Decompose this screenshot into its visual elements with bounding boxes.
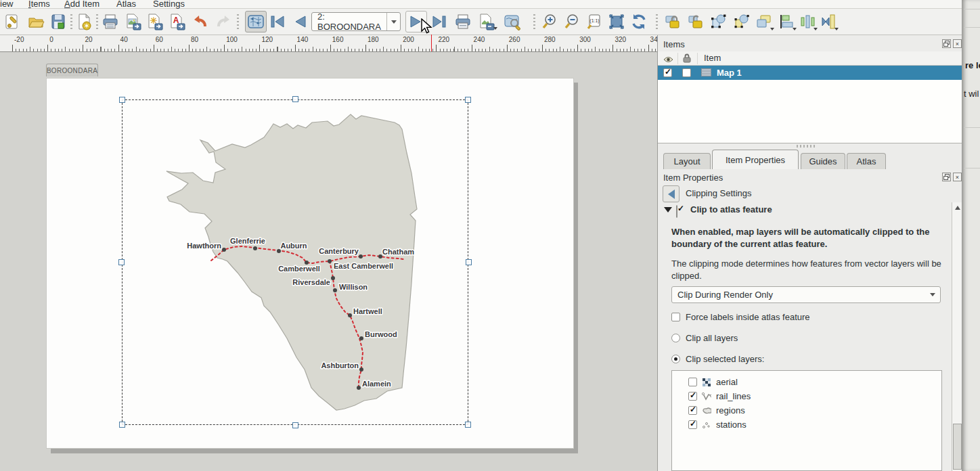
ruler-label: 100 (226, 36, 238, 43)
atlas-prev-button[interactable] (289, 11, 311, 32)
layer-row-regions[interactable]: regions (688, 403, 745, 418)
redo-button[interactable] (213, 11, 235, 32)
tab-item-properties[interactable]: Item Properties (712, 150, 799, 169)
layer-checkbox-rail_lines[interactable] (688, 392, 697, 401)
resize-items-button[interactable] (818, 11, 839, 32)
selection-handle-n[interactable] (292, 96, 298, 102)
item-properties-title: Item Properties (663, 173, 723, 183)
align-items-button[interactable] (776, 11, 797, 32)
section-collapse-arrow-icon[interactable] (664, 207, 672, 212)
atlas-export-dropdown[interactable] (493, 27, 497, 30)
lock-items-button[interactable] (662, 11, 684, 32)
layer-row-aerial[interactable]: aerial (688, 375, 738, 389)
zoom-out-button[interactable] (561, 11, 583, 32)
horizontal-ruler[interactable]: -200204060801001201401601802002202402602… (0, 35, 657, 52)
atlas-print-button[interactable] (452, 11, 474, 32)
vertical-scrollbar[interactable] (952, 202, 962, 471)
force-labels-checkbox[interactable] (671, 313, 680, 321)
export-svg-button[interactable]: ✳ (144, 11, 166, 32)
zoom-in-button[interactable] (539, 11, 560, 32)
map-item-icon (701, 67, 711, 79)
ruler-major-tick (118, 45, 119, 51)
tab-guides[interactable]: Guides (801, 153, 845, 169)
ruler-label: 160 (332, 36, 344, 43)
distribute-items-button[interactable] (797, 11, 818, 32)
atlas-feature-combo[interactable]: 2: BOROONDARA (311, 12, 401, 31)
atlas-settings-button[interactable] (502, 11, 523, 32)
map1-lock-checkbox[interactable] (682, 68, 691, 77)
page-shadow (574, 83, 578, 453)
dock-splitter[interactable] (797, 145, 817, 148)
selection-handle-s[interactable] (292, 422, 298, 428)
clip-layers-list[interactable]: aerialrail_linesregionsstations (671, 370, 942, 471)
back-button[interactable] (663, 185, 680, 202)
items-float-button[interactable] (942, 39, 951, 48)
tab-atlas[interactable]: Atlas (847, 153, 886, 169)
selection-handle-e[interactable] (466, 259, 472, 265)
layer-checkbox-aerial[interactable] (688, 378, 697, 386)
layout-properties-button[interactable] (1, 11, 23, 32)
map-selection-frame[interactable] (122, 99, 468, 425)
tab-layout[interactable]: Layout (663, 153, 711, 169)
raise-items-dropdown[interactable] (770, 28, 774, 30)
zoom-actual-button[interactable]: (1:1) (583, 11, 605, 32)
layer-checkbox-regions[interactable] (688, 406, 697, 415)
layer-checkbox-stations[interactable] (688, 420, 697, 429)
raise-items-button[interactable] (753, 11, 775, 32)
print-button[interactable] (99, 11, 121, 32)
export-pdf-button[interactable]: A (166, 11, 188, 32)
unlock-items-button[interactable] (685, 11, 707, 32)
ruler-label: 40 (120, 36, 128, 43)
items-list[interactable]: Map 1 (658, 66, 962, 143)
clip-to-atlas-label: Clip to atlas feature (690, 204, 772, 215)
clipping-mode-dropdown[interactable] (925, 293, 940, 296)
menu-items[interactable]: Items (28, 0, 50, 9)
layer-row-rail_lines[interactable]: rail_lines (688, 389, 751, 403)
clip-to-atlas-checkbox[interactable] (676, 205, 677, 218)
ruler-major-tick (154, 45, 154, 51)
force-labels-label: Force labels inside atlas feature (686, 312, 810, 322)
layer-label: rail_lines (716, 391, 751, 401)
menu-settings[interactable]: Settings (153, 0, 185, 9)
ruler-major-tick (224, 45, 225, 51)
clip-selected-layers-radio[interactable] (671, 355, 680, 363)
scrollbar-thumb[interactable] (953, 424, 962, 470)
move-content-button[interactable] (731, 11, 753, 32)
selection-handle-nw[interactable] (119, 97, 125, 103)
layout-canvas[interactable]: BOROONDARA HawthornGlenferrieAuburnCambe… (0, 52, 657, 471)
undo-button[interactable] (189, 11, 210, 32)
item-properties-close-button[interactable]: × (953, 173, 962, 181)
map1-visibility-checkbox[interactable] (663, 68, 672, 77)
selection-handle-ne[interactable] (465, 97, 471, 103)
resize-items-dropdown[interactable] (834, 28, 839, 30)
atlas-first-button[interactable] (267, 11, 288, 32)
save-button[interactable] (47, 11, 69, 32)
menu-view[interactable]: iew (0, 0, 14, 9)
item-properties-float-button[interactable] (942, 173, 951, 181)
items-close-button[interactable]: × (953, 39, 962, 48)
selection-handle-w[interactable] (118, 259, 125, 265)
layer-row-stations[interactable]: stations (688, 418, 747, 432)
export-image-button[interactable] (122, 11, 144, 32)
selection-handle-se[interactable] (465, 422, 471, 428)
atlas-export-button[interactable] (476, 11, 497, 32)
zoom-full-button[interactable] (606, 11, 627, 32)
atlas-combo-dropdown[interactable] (386, 13, 400, 30)
items-row-map1[interactable]: Map 1 (658, 66, 962, 80)
selection-handle-sw[interactable] (119, 422, 125, 428)
menu-atlas[interactable]: Atlas (116, 0, 136, 9)
clipping-mode-combo[interactable]: Clip During Render Only (671, 286, 941, 303)
background-window-fragment: re le t wil (962, 0, 980, 471)
refresh-button[interactable] (628, 11, 650, 32)
new-report-button[interactable]: ✶ (73, 11, 95, 32)
page-tab: BOROONDARA (46, 64, 98, 76)
open-button[interactable] (25, 11, 47, 32)
atlas-preview-toggle[interactable] (245, 11, 267, 32)
ruler-major-tick (436, 45, 437, 51)
lock-column-lock-icon (682, 53, 692, 66)
ruler-label: 180 (368, 36, 379, 43)
select-move-item-button[interactable] (708, 11, 730, 32)
menu-add-item[interactable]: Add Item (64, 0, 99, 9)
scrollbar-up-arrow[interactable] (955, 206, 960, 210)
clip-all-layers-radio[interactable] (671, 334, 680, 342)
